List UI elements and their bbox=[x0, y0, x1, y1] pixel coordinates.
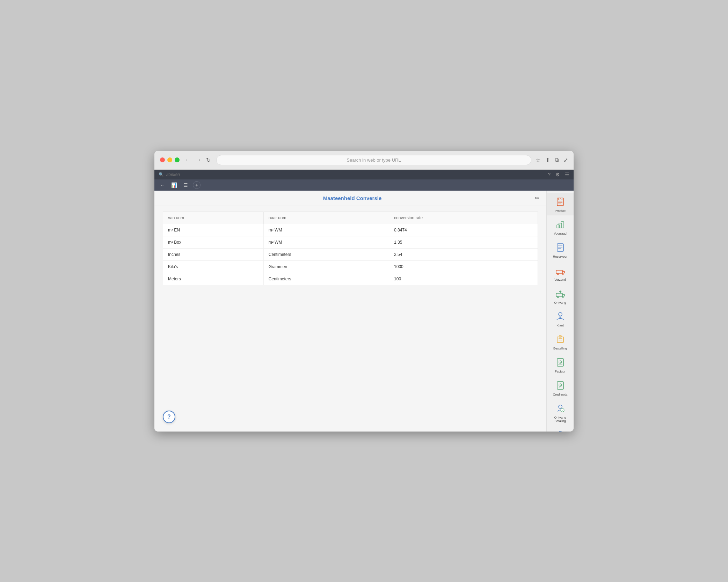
share-button[interactable]: ⬆ bbox=[545, 157, 550, 163]
conversion-table: van uom naar uom conversion rate m² ENm²… bbox=[163, 212, 538, 285]
nav-buttons: ← → ↻ bbox=[184, 156, 212, 164]
col-conversion-rate: conversion rate bbox=[389, 212, 538, 224]
search-area: 🔍 bbox=[159, 172, 208, 177]
sidebar-label-factuur: Factuur bbox=[555, 370, 566, 374]
sidebar-item-verzend[interactable]: Verzend bbox=[547, 261, 574, 285]
add-button[interactable]: + bbox=[193, 181, 201, 189]
cell-conversion_rate: 2,54 bbox=[389, 248, 538, 260]
chart-button[interactable]: 📊 bbox=[170, 182, 179, 189]
sidebar-label-ontvang_betaling: Ontvang Betaling bbox=[548, 416, 572, 423]
back-button[interactable]: ← bbox=[184, 156, 192, 164]
edit-button[interactable]: ✏ bbox=[535, 195, 539, 201]
minimize-button[interactable] bbox=[167, 157, 172, 162]
svg-point-16 bbox=[562, 296, 563, 298]
svg-point-13 bbox=[562, 273, 563, 275]
sidebar-label-ontvang: Ontvang bbox=[554, 301, 566, 305]
cell-naar_uom: Centimeters bbox=[263, 248, 389, 260]
traffic-lights bbox=[160, 157, 180, 162]
svg-rect-0 bbox=[557, 198, 563, 206]
cell-conversion_rate: 1000 bbox=[389, 260, 538, 273]
sidebar-item-ontvang[interactable]: Ontvang bbox=[547, 285, 574, 308]
cell-conversion_rate: 100 bbox=[389, 273, 538, 285]
svg-point-17 bbox=[559, 312, 562, 316]
klant-icon bbox=[554, 310, 567, 323]
sidebar-item-klant[interactable]: Klant bbox=[547, 307, 574, 330]
list-button[interactable]: ☰ bbox=[182, 182, 189, 189]
table-row[interactable]: InchesCentimeters2,54 bbox=[163, 248, 538, 260]
col-van-uom: van uom bbox=[163, 212, 264, 224]
sidebar-label-bestelling: Bestelling bbox=[553, 347, 567, 351]
reserveer-icon bbox=[554, 241, 567, 254]
sidebar-item-reserveer[interactable]: Reserveer bbox=[547, 238, 574, 261]
page-title: Maateenheid Conversie bbox=[170, 195, 535, 201]
top-bar: 🔍 ? ⚙ ☰ bbox=[154, 170, 574, 179]
sidebar-item-ontvang_betaling[interactable]: $ Ontvang Betaling bbox=[547, 399, 574, 426]
table-row[interactable]: Kilo'sGrammen1000 bbox=[163, 260, 538, 273]
sidebar-item-voorraad[interactable]: Voorraad bbox=[547, 215, 574, 238]
svg-point-15 bbox=[557, 296, 559, 298]
help-icon[interactable]: ? bbox=[548, 172, 551, 177]
top-bar-right: ? ⚙ ☰ bbox=[548, 172, 569, 177]
sidebar-item-creditnota[interactable]: $ Creditnota bbox=[547, 376, 574, 399]
bookmark-button[interactable]: ☆ bbox=[536, 157, 540, 163]
menu-icon[interactable]: ☰ bbox=[565, 172, 569, 177]
svg-point-19 bbox=[560, 317, 561, 318]
sidebar-item-factuur[interactable]: $ Factuur bbox=[547, 353, 574, 376]
cell-van_uom: Meters bbox=[163, 273, 264, 285]
svg-point-12 bbox=[557, 273, 559, 275]
voorraad-icon bbox=[554, 218, 567, 231]
svg-point-33 bbox=[559, 405, 562, 408]
cell-conversion_rate: 1,35 bbox=[389, 236, 538, 248]
product-icon bbox=[554, 196, 567, 208]
sidebar-label-reserveer: Reserveer bbox=[553, 255, 568, 259]
svg-rect-22 bbox=[559, 340, 562, 340]
sidebar-label-creditnota: Creditnota bbox=[553, 393, 568, 397]
reload-button[interactable]: ↻ bbox=[205, 156, 212, 164]
sidebar-item-product[interactable]: Product bbox=[547, 193, 574, 216]
right-sidebar: Product Voorraad Reserveer Verzend Ontva… bbox=[546, 191, 574, 432]
forward-button[interactable]: → bbox=[194, 156, 203, 164]
svg-rect-21 bbox=[559, 338, 562, 339]
search-input[interactable] bbox=[166, 172, 208, 177]
cell-van_uom: Kilo's bbox=[163, 260, 264, 273]
sidebar-label-klant: Klant bbox=[556, 324, 564, 327]
browser-chrome: ← → ↻ Search in web or type URL ☆ ⬆ ⧉ ⤢ bbox=[154, 151, 574, 170]
copy-button[interactable]: ⧉ bbox=[555, 157, 559, 163]
ontvang_betaling-icon: $ bbox=[554, 402, 567, 415]
sidebar-label-verzend: Verzend bbox=[554, 278, 566, 282]
table-row[interactable]: m² Boxm² WM1,35 bbox=[163, 236, 538, 248]
svg-rect-14 bbox=[556, 293, 562, 297]
table-row[interactable]: MetersCentimeters100 bbox=[163, 273, 538, 285]
secondary-bar: ← 📊 ☰ + bbox=[154, 179, 574, 191]
close-button[interactable] bbox=[160, 157, 165, 162]
cell-van_uom: m² EN bbox=[163, 224, 264, 236]
svg-rect-6 bbox=[561, 222, 564, 228]
address-bar[interactable]: Search in web or type URL bbox=[216, 155, 531, 165]
factuur-icon: $ bbox=[554, 356, 567, 369]
cell-naar_uom: m² WM bbox=[263, 224, 389, 236]
maximize-button[interactable] bbox=[175, 157, 180, 162]
settings-icon[interactable]: ⚙ bbox=[555, 172, 560, 177]
creditnota-icon: $ bbox=[554, 379, 567, 392]
cell-naar_uom: Centimeters bbox=[263, 273, 389, 285]
search-icon: 🔍 bbox=[159, 172, 164, 177]
help-button[interactable]: ? bbox=[163, 411, 175, 423]
sidebar-label-voorraad: Voorraad bbox=[554, 232, 567, 236]
cell-van_uom: Inches bbox=[163, 248, 264, 260]
ontvang-icon bbox=[554, 287, 567, 300]
svg-rect-7 bbox=[557, 244, 563, 251]
cell-van_uom: m² Box bbox=[163, 236, 264, 248]
cell-naar_uom: Grammen bbox=[263, 260, 389, 273]
sidebar-item-leverancier[interactable]: Leverancier bbox=[547, 426, 574, 431]
sidebar-item-bestelling[interactable]: Bestelling bbox=[547, 330, 574, 353]
leverancier-icon bbox=[554, 429, 567, 431]
back-nav-button[interactable]: ← bbox=[159, 182, 166, 189]
cell-conversion_rate: 0,8474 bbox=[389, 224, 538, 236]
cell-naar_uom: m² WM bbox=[263, 236, 389, 248]
content-area: Maateenheid Conversie ✏ van uom naar uom… bbox=[154, 191, 546, 432]
browser-actions: ☆ ⬆ ⧉ ⤢ bbox=[536, 157, 568, 163]
fullscreen-button[interactable]: ⤢ bbox=[563, 157, 568, 163]
verzend-icon bbox=[554, 264, 567, 277]
table-row[interactable]: m² ENm² WM0,8474 bbox=[163, 224, 538, 236]
page-header: Maateenheid Conversie ✏ bbox=[154, 191, 546, 206]
